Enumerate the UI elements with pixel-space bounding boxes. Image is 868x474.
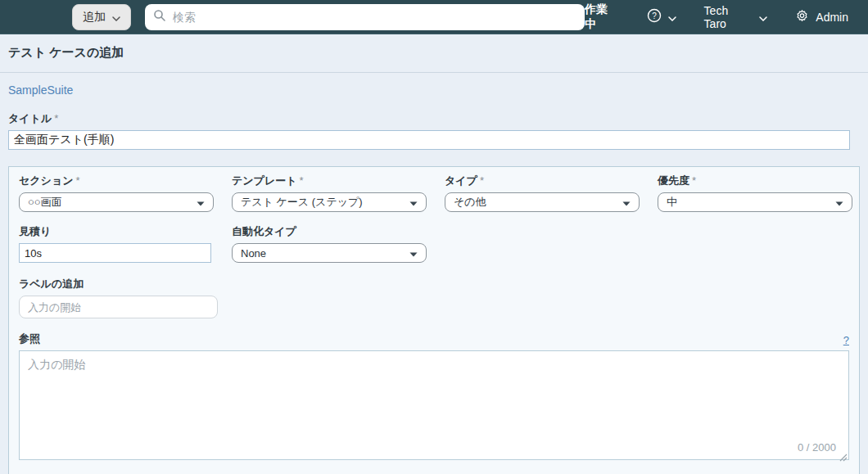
dropdown-arrow-icon xyxy=(409,247,418,260)
chevron-down-icon xyxy=(759,11,767,24)
title-input[interactable] xyxy=(8,130,850,150)
labels-label: ラベルの追加 xyxy=(19,277,232,291)
page-header: テスト ケースの追加 xyxy=(0,34,868,73)
section-label: セクション* xyxy=(19,174,232,188)
type-field: タイプ* その他 xyxy=(445,174,658,212)
references-header: 参照 ? xyxy=(19,332,849,346)
search-icon xyxy=(153,9,166,25)
template-field: テンプレート* テスト ケース (ステップ) xyxy=(232,174,445,212)
dropdown-arrow-icon xyxy=(622,196,631,209)
automation-type-field: 自動化タイプ None xyxy=(232,224,445,263)
type-label: タイプ* xyxy=(445,174,658,188)
section-select[interactable]: ○○画面 xyxy=(19,192,214,212)
priority-select-value: 中 xyxy=(667,195,677,210)
references-textarea-wrap: 0 / 2000 xyxy=(19,350,849,460)
dropdown-arrow-icon xyxy=(409,196,418,209)
add-button-label: 追加 xyxy=(83,10,106,25)
references-textarea[interactable] xyxy=(19,350,849,460)
dropdown-arrow-icon xyxy=(197,196,205,209)
type-select-value: その他 xyxy=(454,195,486,210)
required-mark: * xyxy=(76,174,80,187)
required-mark: * xyxy=(480,174,484,187)
estimate-field: 見積り xyxy=(19,224,232,263)
status-badge[interactable]: 作業中 xyxy=(585,2,619,32)
section-select-value: ○○画面 xyxy=(28,195,62,210)
estimate-input[interactable] xyxy=(19,243,211,263)
help-icon: ? xyxy=(647,8,662,25)
required-mark: * xyxy=(692,174,696,187)
type-select[interactable]: その他 xyxy=(445,192,640,212)
priority-select[interactable]: 中 xyxy=(658,192,852,212)
estimate-label: 見積り xyxy=(19,224,232,239)
admin-menu[interactable]: Admin xyxy=(795,9,848,25)
required-mark: * xyxy=(54,112,58,124)
title-label: タイトル* xyxy=(8,111,850,126)
field-row-1: セクション* ○○画面 テンプレート* テスト ケース (ステップ) タイプ* … xyxy=(19,174,849,212)
chevron-down-icon xyxy=(668,11,676,24)
gear-icon xyxy=(795,9,809,25)
user-name: Tech Taro xyxy=(704,4,753,30)
section-field: セクション* ○○画面 xyxy=(19,174,232,212)
add-button[interactable]: 追加 xyxy=(72,4,131,30)
automation-type-label: 自動化タイプ xyxy=(232,224,445,239)
labels-input[interactable] xyxy=(19,296,218,318)
chevron-down-icon xyxy=(112,11,120,24)
labels-field: ラベルの追加 xyxy=(19,277,232,318)
help-menu[interactable]: ? xyxy=(647,8,676,25)
template-select[interactable]: テスト ケース (ステップ) xyxy=(232,192,427,212)
breadcrumb: SampleSuite xyxy=(8,84,860,97)
required-mark: * xyxy=(300,174,304,187)
search-box[interactable] xyxy=(145,4,585,30)
resize-handle-icon[interactable] xyxy=(839,450,848,458)
references-label: 参照 xyxy=(19,332,40,346)
template-select-value: テスト ケース (ステップ) xyxy=(241,195,363,210)
admin-label: Admin xyxy=(816,11,848,24)
references-field: 参照 ? 0 / 2000 xyxy=(19,332,849,460)
search-input[interactable] xyxy=(173,11,576,24)
breadcrumb-suite-link[interactable]: SampleSuite xyxy=(8,84,73,97)
svg-text:?: ? xyxy=(652,11,657,20)
case-fields-panel: セクション* ○○画面 テンプレート* テスト ケース (ステップ) タイプ* … xyxy=(8,166,860,474)
template-label: テンプレート* xyxy=(232,174,445,188)
top-navigation-bar: 追加 作業中 ? Tech Taro xyxy=(0,0,868,34)
references-help-link[interactable]: ? xyxy=(843,334,849,346)
dropdown-arrow-icon xyxy=(835,196,843,209)
field-row-3: ラベルの追加 xyxy=(19,277,849,318)
page-title: テスト ケースの追加 xyxy=(8,45,860,61)
priority-field: 優先度* 中 xyxy=(658,174,868,212)
title-field-block: タイトル* xyxy=(8,111,850,150)
field-row-2: 見積り 自動化タイプ None xyxy=(19,224,849,263)
automation-type-select[interactable]: None xyxy=(232,243,427,263)
priority-label: 優先度* xyxy=(658,174,868,188)
topbar-right-group: 作業中 ? Tech Taro Admin xyxy=(585,2,848,32)
automation-type-select-value: None xyxy=(241,247,266,260)
user-menu[interactable]: Tech Taro xyxy=(704,4,768,30)
